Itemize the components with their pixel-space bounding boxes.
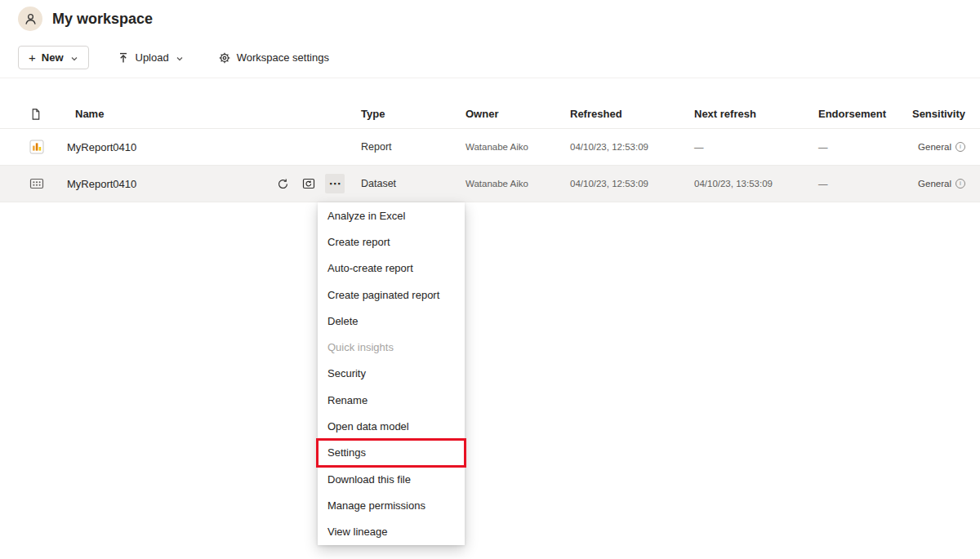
- row-actions: ⋯: [273, 174, 345, 193]
- refresh-now-button[interactable]: [273, 174, 292, 193]
- item-refreshed: 04/10/23, 12:53:09: [562, 142, 686, 152]
- upload-icon: [117, 51, 130, 64]
- info-icon[interactable]: i: [956, 142, 965, 152]
- menu-item-analyze-in-excel[interactable]: Analyze in Excel: [318, 202, 465, 228]
- column-header-next-refresh[interactable]: Next refresh: [686, 108, 810, 120]
- menu-item-create-report[interactable]: Create report: [318, 228, 465, 255]
- item-type: Report: [353, 141, 457, 153]
- menu-item-security[interactable]: Security: [318, 361, 465, 387]
- more-options-icon: ⋯: [329, 176, 341, 191]
- menu-item-settings[interactable]: Settings: [318, 440, 465, 466]
- item-sensitivity: General: [918, 142, 951, 152]
- dataset-icon: [18, 176, 67, 191]
- plus-icon: +: [29, 51, 36, 64]
- item-next-refresh: 04/10/23, 13:53:09: [686, 179, 810, 189]
- workspace-header: My workspace: [0, 0, 980, 38]
- schedule-refresh-button[interactable]: [299, 174, 318, 193]
- new-button[interactable]: + New: [18, 46, 89, 69]
- column-header-owner[interactable]: Owner: [457, 108, 562, 120]
- workspace-avatar[interactable]: [18, 7, 42, 31]
- context-menu: Analyze in Excel Create report Auto-crea…: [318, 202, 465, 545]
- table-row-report[interactable]: MyReport0410 Report Watanabe Aiko 04/10/…: [0, 129, 980, 166]
- table-row-dataset[interactable]: MyReport0410: [0, 166, 980, 202]
- item-refreshed: 04/10/23, 12:53:09: [562, 179, 686, 189]
- column-header-sensitivity[interactable]: Sensitivity: [889, 108, 965, 120]
- menu-item-delete[interactable]: Delete: [318, 308, 465, 334]
- column-header-name[interactable]: Name: [67, 108, 353, 120]
- item-owner: Watanabe Aiko: [457, 179, 562, 189]
- upload-button[interactable]: Upload: [109, 47, 192, 69]
- chevron-down-icon: [176, 55, 184, 62]
- menu-item-rename[interactable]: Rename: [318, 387, 465, 413]
- chevron-down-icon: [70, 55, 78, 62]
- menu-item-quick-insights: Quick insights: [318, 334, 465, 360]
- info-icon[interactable]: i: [956, 179, 965, 189]
- file-type-column-icon: [18, 108, 67, 121]
- menu-item-create-paginated-report[interactable]: Create paginated report: [318, 282, 465, 308]
- person-icon: [24, 12, 38, 26]
- toolbar: + New Upload: [0, 38, 980, 78]
- menu-item-manage-permissions[interactable]: Manage permissions: [318, 492, 465, 518]
- upload-button-label: Upload: [136, 51, 169, 64]
- item-name-link[interactable]: MyReport0410: [67, 178, 136, 190]
- menu-item-view-lineage[interactable]: View lineage: [318, 519, 465, 545]
- item-owner: Watanabe Aiko: [457, 142, 562, 152]
- column-header-refreshed[interactable]: Refreshed: [562, 108, 686, 120]
- item-endorsement: —: [810, 179, 889, 189]
- items-table: Name Type Owner Refreshed Next refresh E…: [0, 100, 980, 202]
- report-icon: [18, 140, 67, 154]
- column-header-type[interactable]: Type: [353, 108, 457, 120]
- schedule-refresh-icon: [302, 177, 315, 190]
- page-title: My workspace: [52, 11, 153, 28]
- item-endorsement: —: [810, 142, 889, 152]
- menu-item-open-data-model[interactable]: Open data model: [318, 413, 465, 439]
- item-name-link[interactable]: MyReport0410: [67, 141, 136, 153]
- workspace-settings-button[interactable]: Workspace settings: [210, 47, 337, 69]
- table-header-row: Name Type Owner Refreshed Next refresh E…: [0, 100, 980, 129]
- item-type: Dataset: [353, 178, 457, 189]
- more-options-button[interactable]: ⋯: [325, 174, 345, 193]
- menu-item-download-this-file[interactable]: Download this file: [318, 466, 465, 492]
- workspace-settings-label: Workspace settings: [237, 51, 329, 64]
- new-button-label: New: [42, 51, 64, 64]
- refresh-icon: [277, 178, 289, 190]
- column-header-endorsement[interactable]: Endorsement: [810, 108, 889, 120]
- menu-item-auto-create-report[interactable]: Auto-create report: [318, 255, 465, 282]
- item-next-refresh: —: [686, 142, 810, 152]
- gear-icon: [218, 51, 231, 64]
- item-sensitivity: General: [918, 179, 951, 189]
